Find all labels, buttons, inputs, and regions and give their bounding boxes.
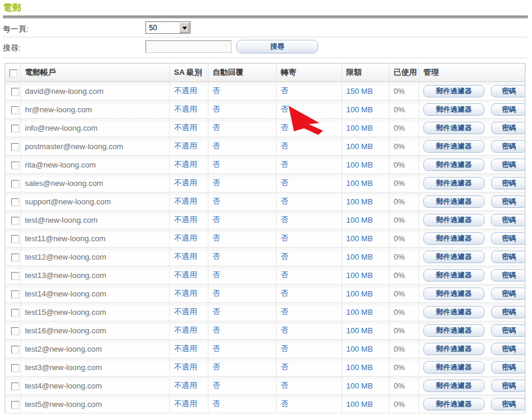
search-input[interactable]: [145, 40, 232, 53]
quota-value[interactable]: 100 MB: [346, 197, 373, 206]
sa-level-value[interactable]: 不適用: [174, 123, 197, 132]
quota-value[interactable]: 100 MB: [346, 289, 373, 298]
sa-level-value[interactable]: 不適用: [174, 326, 197, 334]
mail-filter-button[interactable]: 郵件過濾器: [423, 85, 484, 97]
sa-level-value[interactable]: 不適用: [174, 141, 197, 150]
sa-level-value[interactable]: 不適用: [174, 289, 197, 298]
quota-value[interactable]: 100 MB: [346, 216, 373, 225]
row-checkbox[interactable]: [11, 125, 19, 132]
quota-value[interactable]: 100 MB: [346, 345, 373, 353]
forward-value[interactable]: 否: [281, 141, 289, 150]
quota-value[interactable]: 100 MB: [346, 179, 373, 188]
mail-filter-button[interactable]: 郵件過濾器: [423, 269, 484, 282]
sa-level-value[interactable]: 不適用: [174, 307, 197, 316]
mail-filter-button[interactable]: 郵件過濾器: [423, 361, 484, 374]
autoreply-value[interactable]: 否: [213, 123, 220, 132]
forward-value[interactable]: 否: [281, 233, 289, 242]
quota-value[interactable]: 100 MB: [346, 234, 373, 243]
forward-value[interactable]: 否: [281, 105, 289, 113]
mail-filter-button[interactable]: 郵件過濾器: [423, 159, 484, 171]
row-checkbox[interactable]: [11, 198, 19, 206]
row-checkbox[interactable]: [11, 254, 19, 261]
row-checkbox[interactable]: [11, 309, 19, 317]
password-button[interactable]: 密碼: [491, 343, 525, 355]
row-checkbox[interactable]: [11, 217, 19, 225]
row-checkbox[interactable]: [11, 327, 19, 335]
quota-value[interactable]: 100 MB: [346, 326, 373, 335]
row-checkbox[interactable]: [11, 106, 19, 114]
autoreply-value[interactable]: 否: [213, 160, 220, 169]
search-button[interactable]: 搜尋: [236, 40, 318, 53]
autoreply-value[interactable]: 否: [213, 344, 220, 353]
autoreply-value[interactable]: 否: [213, 326, 220, 334]
row-checkbox[interactable]: [11, 364, 19, 372]
quota-value[interactable]: 100 MB: [346, 308, 373, 317]
forward-value[interactable]: 否: [281, 399, 289, 408]
forward-value[interactable]: 否: [281, 270, 289, 279]
sa-level-value[interactable]: 不適用: [174, 270, 197, 279]
password-button[interactable]: 密碼: [491, 195, 525, 208]
quota-value[interactable]: 100 MB: [346, 105, 373, 114]
quota-value[interactable]: 100 MB: [346, 252, 373, 261]
quota-value[interactable]: 100 MB: [346, 363, 373, 372]
quota-value[interactable]: 100 MB: [346, 124, 373, 132]
mail-filter-button[interactable]: 郵件過濾器: [423, 398, 484, 410]
quota-value[interactable]: 100 MB: [346, 160, 373, 169]
autoreply-value[interactable]: 否: [213, 381, 220, 390]
sa-level-value[interactable]: 不適用: [174, 233, 197, 242]
mail-filter-button[interactable]: 郵件過濾器: [423, 177, 484, 190]
mail-filter-button[interactable]: 郵件過濾器: [423, 380, 484, 392]
row-checkbox[interactable]: [11, 143, 19, 151]
autoreply-value[interactable]: 否: [213, 178, 220, 187]
forward-value[interactable]: 否: [281, 307, 289, 316]
forward-value[interactable]: 否: [281, 86, 289, 95]
mail-filter-button[interactable]: 郵件過濾器: [423, 232, 484, 245]
autoreply-value[interactable]: 否: [213, 215, 220, 224]
sa-level-value[interactable]: 不適用: [174, 344, 197, 353]
autoreply-value[interactable]: 否: [213, 233, 220, 242]
password-button[interactable]: 密碼: [491, 306, 525, 318]
sa-level-value[interactable]: 不適用: [174, 252, 197, 261]
mail-filter-button[interactable]: 郵件過濾器: [423, 103, 484, 116]
password-button[interactable]: 密碼: [491, 85, 525, 97]
password-button[interactable]: 密碼: [491, 398, 525, 410]
sa-level-value[interactable]: 不適用: [174, 178, 197, 187]
sa-level-value[interactable]: 不適用: [174, 215, 197, 224]
sa-level-value[interactable]: 不適用: [174, 105, 197, 113]
quota-value[interactable]: 150 MB: [346, 87, 373, 96]
forward-value[interactable]: 否: [281, 326, 289, 334]
autoreply-value[interactable]: 否: [213, 105, 220, 113]
per-page-select[interactable]: 50: [145, 21, 191, 34]
quota-value[interactable]: 100 MB: [346, 271, 373, 280]
password-button[interactable]: 密碼: [491, 122, 525, 134]
quota-value[interactable]: 100 MB: [346, 142, 373, 151]
row-checkbox[interactable]: [11, 235, 19, 243]
forward-value[interactable]: 否: [281, 215, 289, 224]
mail-filter-button[interactable]: 郵件過濾器: [423, 324, 484, 337]
password-button[interactable]: 密碼: [491, 103, 525, 116]
sa-level-value[interactable]: 不適用: [174, 197, 197, 206]
row-checkbox[interactable]: [11, 180, 19, 188]
row-checkbox[interactable]: [11, 346, 19, 353]
forward-value[interactable]: 否: [281, 344, 289, 353]
autoreply-value[interactable]: 否: [213, 399, 220, 408]
mail-filter-button[interactable]: 郵件過濾器: [423, 195, 484, 208]
sa-level-value[interactable]: 不適用: [174, 86, 197, 95]
dropdown-button[interactable]: [179, 23, 189, 33]
quota-value[interactable]: 100 MB: [346, 381, 373, 390]
password-button[interactable]: 密碼: [491, 251, 525, 263]
password-button[interactable]: 密碼: [491, 140, 525, 153]
quota-value[interactable]: 100 MB: [346, 400, 373, 409]
autoreply-value[interactable]: 否: [213, 270, 220, 279]
row-checkbox[interactable]: [11, 88, 19, 96]
password-button[interactable]: 密碼: [491, 177, 525, 190]
mail-filter-button[interactable]: 郵件過濾器: [423, 343, 484, 355]
password-button[interactable]: 密碼: [491, 324, 525, 337]
password-button[interactable]: 密碼: [491, 269, 525, 282]
sa-level-value[interactable]: 不適用: [174, 160, 197, 169]
row-checkbox[interactable]: [11, 272, 19, 280]
password-button[interactable]: 密碼: [491, 159, 525, 171]
mail-filter-button[interactable]: 郵件過濾器: [423, 140, 484, 153]
password-button[interactable]: 密碼: [491, 361, 525, 374]
sa-level-value[interactable]: 不適用: [174, 399, 197, 408]
